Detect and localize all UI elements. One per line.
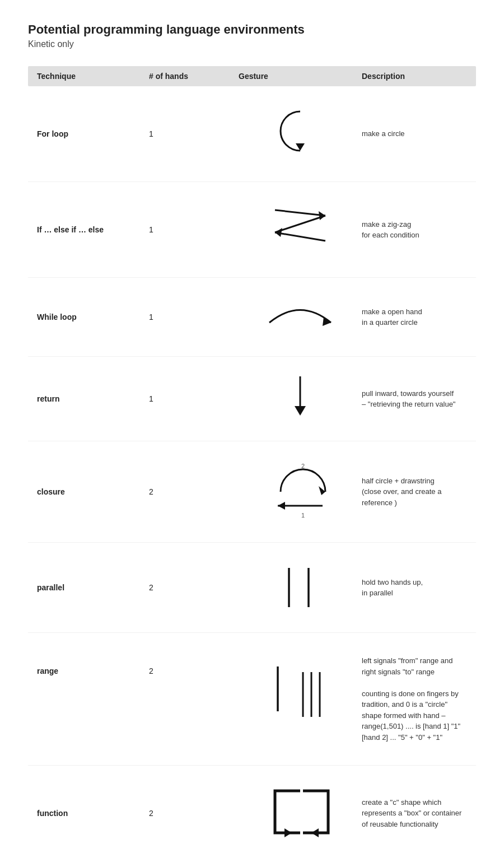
technique-label: While loop <box>37 313 149 321</box>
col-technique: Technique <box>37 72 149 81</box>
hands-count: 1 <box>149 394 239 403</box>
hands-count: 2 <box>149 809 239 818</box>
description-text: make a open hand in a quarter circle <box>362 306 467 328</box>
svg-line-1 <box>275 210 325 216</box>
table-row: closure 2 2 1 half circle + drawstring (… <box>28 441 476 543</box>
table-row: While loop 1 make a open hand in a quart… <box>28 278 476 357</box>
hands-count: 2 <box>149 655 239 675</box>
gesture-closure: 2 1 <box>239 458 362 525</box>
page-subtitle: Kinetic only <box>28 39 476 49</box>
svg-marker-21 <box>311 828 319 837</box>
technique-label: If … else if … else <box>37 225 149 234</box>
technique-label: closure <box>37 487 149 496</box>
technique-label: return <box>37 394 149 403</box>
svg-text:2: 2 <box>301 463 305 469</box>
gesture-while-loop <box>239 295 362 339</box>
table-header: Technique # of hands Gesture Description <box>28 66 476 86</box>
svg-marker-5 <box>319 211 325 220</box>
svg-line-3 <box>275 232 325 241</box>
gesture-parallel <box>239 560 362 616</box>
table-row: parallel 2 hold two hands up, in paralle… <box>28 543 476 633</box>
svg-text:1: 1 <box>301 512 305 519</box>
gesture-for-loop <box>239 103 362 165</box>
technique-label: function <box>37 809 149 818</box>
gesture-range <box>239 655 362 723</box>
table-row: range 2 left signals "from" range and ri… <box>28 633 476 766</box>
hands-count: 2 <box>149 583 239 592</box>
table-row: function 2 create a "c" shape which repr… <box>28 766 476 853</box>
technique-label: range <box>37 655 149 675</box>
page-title: Potential programming language environme… <box>28 22 476 37</box>
col-hands: # of hands <box>149 72 239 81</box>
hands-count: 1 <box>149 129 239 138</box>
table-row: If … else if … else 1 make a zig-zag for… <box>28 182 476 278</box>
description-text: pull inward, towards yourself – "retriev… <box>362 388 467 410</box>
svg-marker-4 <box>275 228 282 237</box>
svg-marker-20 <box>284 828 292 837</box>
technique-label: parallel <box>37 583 149 592</box>
description-text: create a "c" shape which represents a "b… <box>362 797 467 830</box>
col-description: Description <box>362 72 467 81</box>
gesture-return <box>239 374 362 424</box>
hands-count: 1 <box>149 313 239 321</box>
col-gesture: Gesture <box>239 72 362 81</box>
technique-label: For loop <box>37 129 149 138</box>
hands-count: 2 <box>149 487 239 496</box>
description-text: half circle + drawstring (close over, an… <box>362 476 467 509</box>
description-text: hold two hands up, in parallel <box>362 577 467 599</box>
description-text: make a circle <box>362 128 467 139</box>
gesture-function <box>239 782 362 844</box>
hands-count: 1 <box>149 225 239 234</box>
gesture-if-else <box>239 199 362 260</box>
main-table: Technique # of hands Gesture Description… <box>28 66 476 853</box>
table-row: For loop 1 make a circle <box>28 86 476 182</box>
table-row: return 1 pull inward, towards yourself –… <box>28 357 476 441</box>
description-text: make a zig-zag for each condition <box>362 219 467 241</box>
svg-marker-12 <box>278 502 285 510</box>
svg-line-2 <box>275 216 325 232</box>
svg-marker-0 <box>296 143 305 151</box>
svg-marker-8 <box>295 406 306 416</box>
description-text: left signals "from" range and right sign… <box>362 655 467 743</box>
